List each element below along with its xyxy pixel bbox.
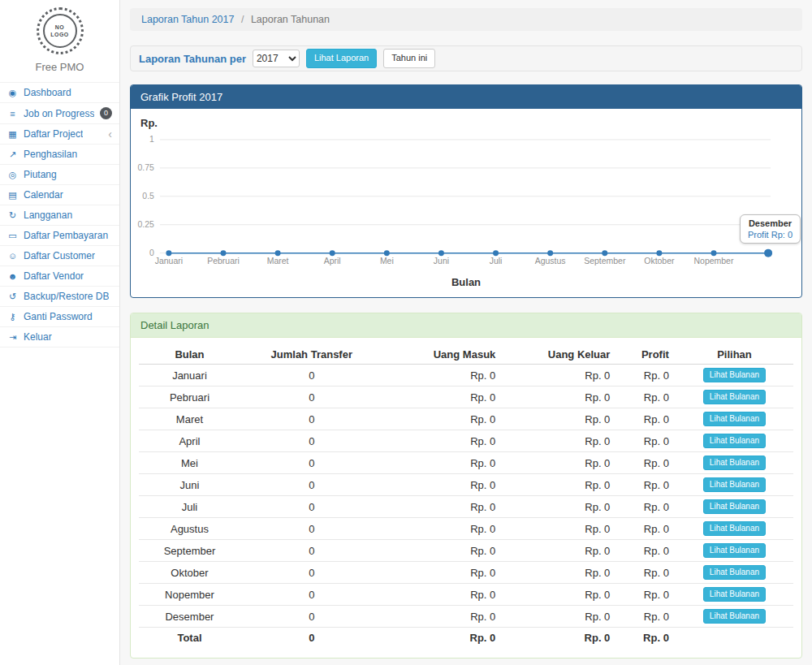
view-month-button[interactable]: Lihat Bulanan xyxy=(703,456,766,470)
view-month-button[interactable]: Lihat Bulanan xyxy=(703,477,766,492)
sidebar-item-label: Daftar Project xyxy=(24,128,83,140)
sidebar-item-backup-restore-db[interactable]: ↺Backup/Restore DB xyxy=(0,287,119,307)
cell-masuk: Rp. 0 xyxy=(383,496,503,518)
cell-transfer: 0 xyxy=(240,386,383,408)
sidebar-item-penghasilan[interactable]: ↗Penghasilan xyxy=(0,145,119,165)
sidebar-item-daftar-vendor[interactable]: ☻Daftar Vendor xyxy=(0,266,119,287)
cell-bulan: Nopember xyxy=(139,584,240,606)
report-filter-bar: Laporan Tahunan per 2017 Lihat Laporan T… xyxy=(130,45,802,71)
report-table: BulanJumlah TransferUang MasukUang Kelua… xyxy=(139,344,793,647)
sidebar-item-ganti-password[interactable]: ⚷Ganti Password xyxy=(0,307,119,327)
view-month-button[interactable]: Lihat Bulanan xyxy=(703,434,766,448)
view-month-button[interactable]: Lihat Bulanan xyxy=(703,368,766,382)
view-month-button[interactable]: Lihat Bulanan xyxy=(703,499,766,514)
detail-report-panel: Detail Laporan BulanJumlah TransferUang … xyxy=(130,313,802,659)
sidebar-item-daftar-customer[interactable]: ☺Daftar Customer xyxy=(0,246,119,266)
x-tick-label: Maret xyxy=(267,257,289,266)
cell-masuk: Rp. 0 xyxy=(383,628,503,648)
table-row: September0Rp. 0Rp. 0Rp. 0Lihat Bulanan xyxy=(139,540,793,562)
year-select[interactable]: 2017 xyxy=(253,50,300,67)
cell-masuk: Rp. 0 xyxy=(383,386,503,408)
chart-point xyxy=(602,250,607,256)
cell-transfer: 0 xyxy=(240,496,383,518)
table-row: April0Rp. 0Rp. 0Rp. 0Lihat Bulanan xyxy=(139,430,793,452)
chart-point xyxy=(221,250,227,256)
x-tick-label: Juni xyxy=(434,257,449,266)
cell-bulan: Oktober xyxy=(139,562,240,584)
report-table-body: Januari0Rp. 0Rp. 0Rp. 0Lihat BulananPebr… xyxy=(139,365,793,648)
view-report-button[interactable]: Lihat Laporan xyxy=(306,49,377,67)
view-month-button[interactable]: Lihat Bulanan xyxy=(703,521,766,536)
sidebar-item-daftar-pembayaran[interactable]: ▭Daftar Pembayaran xyxy=(0,226,119,246)
lock-icon: ⚷ xyxy=(7,312,18,322)
sidebar-item-keluar[interactable]: ⇥Keluar xyxy=(0,327,119,348)
column-header: Profit xyxy=(616,344,676,365)
chart-point xyxy=(547,250,553,256)
view-month-button[interactable]: Lihat Bulanan xyxy=(703,587,766,602)
sign-out-icon: ⇥ xyxy=(7,332,18,343)
sidebar-item-calendar[interactable]: ▤Calendar xyxy=(0,185,119,205)
sidebar-item-job-on-progress[interactable]: ≡Job on Progress0 xyxy=(0,103,119,124)
view-month-button[interactable]: Lihat Bulanan xyxy=(703,543,766,558)
cell-action: Lihat Bulanan xyxy=(676,584,793,606)
refresh-icon: ↻ xyxy=(7,210,18,221)
y-tick-label: 0.75 xyxy=(138,163,155,172)
sidebar-item-daftar-project[interactable]: ▦Daftar Project‹ xyxy=(0,124,119,145)
this-year-button[interactable]: Tahun ini xyxy=(383,49,435,67)
cell-bulan: Desember xyxy=(139,606,240,628)
sidebar-item-label: Keluar xyxy=(24,331,52,343)
table-row: Januari0Rp. 0Rp. 0Rp. 0Lihat Bulanan xyxy=(139,365,793,386)
x-tick-label: Juli xyxy=(490,257,503,266)
logo-line-1: NO xyxy=(55,24,65,31)
sidebar-item-label: Job on Progress xyxy=(24,108,94,119)
sidebar-item-label: Daftar Vendor xyxy=(24,270,84,282)
sidebar-item-langganan[interactable]: ↻Langganan xyxy=(0,205,119,226)
table-row: Juni0Rp. 0Rp. 0Rp. 0Lihat Bulanan xyxy=(139,474,793,496)
view-month-button[interactable]: Lihat Bulanan xyxy=(703,390,766,404)
sidebar-item-dashboard[interactable]: ◉Dashboard xyxy=(0,83,119,103)
breadcrumb-link[interactable]: Laporan Tahun 2017 xyxy=(141,14,234,25)
cell-masuk: Rp. 0 xyxy=(383,562,503,584)
cell-masuk: Rp. 0 xyxy=(383,606,503,628)
table-row: Pebruari0Rp. 0Rp. 0Rp. 0Lihat Bulanan xyxy=(139,386,793,408)
cell-masuk: Rp. 0 xyxy=(383,518,503,540)
cell-transfer: 0 xyxy=(240,474,383,496)
sidebar-item-label: Piutang xyxy=(24,169,57,180)
chart-point xyxy=(438,250,444,256)
calendar-icon: ▤ xyxy=(7,190,18,201)
cell-keluar: Rp. 0 xyxy=(502,496,616,518)
x-tick-label: April xyxy=(324,257,341,266)
cell-profit: Rp. 0 xyxy=(616,562,676,584)
cell-action: Lihat Bulanan xyxy=(676,408,793,430)
credit-card-icon: ▭ xyxy=(7,231,18,241)
cell-profit: Rp. 0 xyxy=(616,430,676,452)
chart-point xyxy=(275,250,281,256)
x-tick-label: Mei xyxy=(380,257,394,266)
view-month-button[interactable]: Lihat Bulanan xyxy=(703,412,766,426)
logo-line-2: LOGO xyxy=(50,31,69,38)
view-month-button[interactable]: Lihat Bulanan xyxy=(703,565,766,580)
profit-chart: Rp. 00.250.50.751JanuariPebruariMaretApr… xyxy=(131,109,801,297)
cell-bulan: Januari xyxy=(139,365,240,386)
chart-line-icon: ↗ xyxy=(7,149,18,160)
table-header-row: BulanJumlah TransferUang MasukUang Kelua… xyxy=(139,344,793,365)
table-row: Maret0Rp. 0Rp. 0Rp. 0Lihat Bulanan xyxy=(139,408,793,430)
cell-masuk: Rp. 0 xyxy=(383,365,503,386)
cell-transfer: 0 xyxy=(240,365,383,386)
column-header: Uang Keluar xyxy=(502,344,616,365)
cell-bulan: Total xyxy=(139,628,240,648)
y-tick-label: 0.25 xyxy=(138,220,155,229)
x-axis-title: Bulan xyxy=(131,276,801,288)
detail-panel-title: Detail Laporan xyxy=(131,313,801,338)
sidebar-item-piutang[interactable]: ◎Piutang xyxy=(0,165,119,185)
cell-bulan: April xyxy=(139,430,240,452)
breadcrumb-separator: / xyxy=(241,14,244,25)
cell-keluar: Rp. 0 xyxy=(502,452,616,474)
cell-profit: Rp. 0 xyxy=(616,386,676,408)
cell-profit: Rp. 0 xyxy=(616,606,676,628)
view-month-button[interactable]: Lihat Bulanan xyxy=(703,609,766,624)
x-tick-label: Januari xyxy=(155,257,183,266)
profit-chart-svg: 00.250.50.751JanuariPebruariMaretAprilMe… xyxy=(131,132,801,283)
cell-masuk: Rp. 0 xyxy=(383,452,503,474)
cell-masuk: Rp. 0 xyxy=(383,540,503,562)
